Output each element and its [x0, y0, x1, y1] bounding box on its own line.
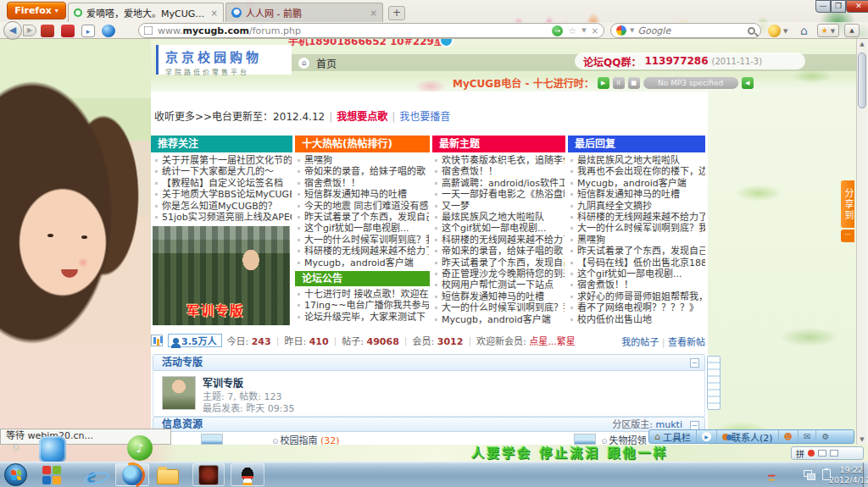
- ime-bar[interactable]: 拼: [791, 446, 864, 460]
- firefox-menu-button[interactable]: Firefox ▾: [7, 2, 66, 19]
- topic-link[interactable]: 看不了网络电视啊？？？？》: [570, 302, 705, 313]
- topic-link[interactable]: 大一的什么时候军训啊到底？我们闭幕: [297, 235, 429, 246]
- section-header-info[interactable]: 信息资源 分区版主: mukti −: [153, 417, 705, 432]
- forum-link-campus-guide[interactable]: ⊙校园指南 (32): [272, 433, 340, 445]
- chart-icon[interactable]: [151, 335, 163, 346]
- ime-pinyin-label[interactable]: 拼: [796, 447, 804, 460]
- topic-link[interactable]: 高薪诚聘：android/ios软件工程师、手机: [434, 178, 565, 189]
- topic-link[interactable]: Mycugb，android客户端: [570, 178, 705, 189]
- topic-link[interactable]: 九阴真经全文摘抄: [570, 201, 705, 212]
- request-song-link[interactable]: 我想要点歌: [337, 111, 387, 123]
- topic-link[interactable]: 宿舍煮饭！！: [434, 166, 565, 177]
- addon-page-icon[interactable]: ▸: [81, 25, 95, 37]
- player-progress-bar[interactable]: No MP3 specified: [643, 77, 738, 89]
- view-new-posts-link[interactable]: 查看新帖: [668, 337, 705, 348]
- search-input[interactable]: [637, 25, 744, 36]
- bookmarks-button[interactable]: ★ ▼: [817, 24, 839, 37]
- shop-logo[interactable]: 京京校园购物 学院路低价零售平台: [156, 45, 292, 75]
- forum-name-link[interactable]: 军训专版: [203, 375, 243, 390]
- topic-link[interactable]: 帝如来的录音，给妹子唱的歌: [434, 246, 565, 257]
- volume-icon[interactable]: ◀: [742, 77, 754, 89]
- addon-blue-ball-icon[interactable]: [102, 25, 115, 37]
- search-icon[interactable]: [748, 27, 755, 35]
- forum-last-post[interactable]: 最后发表: 昨天 09:35: [203, 401, 294, 414]
- topic-link[interactable]: 关于地质大学BBS论坛MyCUGB的重要声: [154, 189, 292, 200]
- tab-mycugb[interactable]: 爱嘀嗒，爱地大。MyCUGB-我的地... ×: [68, 3, 224, 22]
- topic-link[interactable]: 昨天试着录了个东西，发现自己的声音: [570, 246, 705, 257]
- taskbar-clock[interactable]: 19:22 2012/4/12: [829, 465, 863, 485]
- topic-link[interactable]: 欢快节奏版本织毛衣，追随李佳轩和雯: [434, 155, 565, 166]
- announcement-link[interactable]: 17ing~~电台广播你我共参与~: [297, 300, 429, 311]
- topic-link[interactable]: 科研楼的无线网越来越不给力了，一会: [570, 212, 705, 223]
- taskbar-game-button[interactable]: [192, 463, 225, 486]
- topic-link[interactable]: 昨天试着录了个东西，发现自己的声音: [297, 212, 429, 223]
- topic-link[interactable]: 奇正管理沙龙今晚期待您的到来！: [434, 268, 565, 279]
- webim-contacts-button[interactable]: 联系人(2): [717, 430, 779, 443]
- webim-settings-button[interactable]: ⚙: [816, 430, 834, 443]
- ime-keyboard-icon[interactable]: [830, 450, 838, 457]
- topic-link[interactable]: 这个gif犹如一部电视剧...: [434, 223, 565, 234]
- minimize-button[interactable]: —: [815, 0, 831, 13]
- webim-toolbar-button[interactable]: ⌂工具栏: [649, 430, 697, 443]
- taskbar-qq-button[interactable]: [231, 463, 264, 486]
- scrollbar[interactable]: ▲ ▼: [856, 39, 867, 445]
- listen-more-text[interactable]: 收听更多>>电台更新至：2012.4.12: [154, 111, 325, 123]
- close-button[interactable]: ✕: [846, 0, 868, 13]
- topic-link[interactable]: 大一的什么时候军训啊到底？我们闭幕: [570, 223, 705, 234]
- url-bar[interactable]: www.mycugb.com/forum.php → ☆ ▼ ×: [138, 23, 604, 38]
- google-logo-icon[interactable]: [616, 25, 626, 36]
- topic-link[interactable]: 51job实习频道亮丽上线及APEC精英选拔: [154, 212, 292, 223]
- topic-link[interactable]: 统计一下大家都是大几的～: [154, 166, 292, 177]
- scrollbar-thumb[interactable]: [858, 53, 866, 108]
- topic-link[interactable]: 宿舍煮饭！！: [570, 279, 705, 291]
- topic-link[interactable]: 科研楼的无线网越来越不给力了，一会: [297, 246, 429, 257]
- topic-link[interactable]: 这个gif犹如一部电视剧...: [297, 223, 429, 234]
- network-icon[interactable]: [804, 470, 815, 479]
- topic-link[interactable]: 【教程帖】自定义论坛签名档: [154, 178, 292, 189]
- section-header-activity[interactable]: 活动专版 −: [153, 354, 705, 371]
- topic-link[interactable]: 帝如来的录音，给妹子唱的歌: [297, 166, 429, 177]
- topic-link[interactable]: 昨天试着录了个东西，发现自己的声音: [434, 257, 565, 268]
- tab-close-icon[interactable]: ×: [370, 8, 377, 18]
- announcement-link[interactable]: 十七进行时 接收点歌！欢迎在mycugb或: [297, 289, 429, 300]
- topic-link[interactable]: Mycugb，android客户端: [434, 314, 565, 325]
- back-button[interactable]: ◀: [3, 21, 22, 40]
- taskbar-ie-icon[interactable]: e: [79, 464, 104, 486]
- addon-red-square-icon[interactable]: [61, 25, 75, 37]
- topic-link[interactable]: 关于开展第十一届社团文化节的通知: [154, 155, 292, 166]
- topic-link[interactable]: 校内低价出售山地: [570, 314, 705, 325]
- my-posts-link[interactable]: 我的帖子: [621, 337, 659, 348]
- scroll-down-icon[interactable]: ▼: [857, 436, 867, 443]
- topic-link[interactable]: 我再也不会出现在你的楼下，边照镜子: [570, 166, 705, 177]
- forum-avatar[interactable]: [162, 376, 196, 410]
- webim-friend-button[interactable]: ☻: [779, 430, 798, 443]
- tab-close-icon[interactable]: ×: [211, 8, 218, 18]
- topic-link[interactable]: 校网用户帮忙测试一下站点: [434, 279, 565, 291]
- military-training-photo[interactable]: 军训专版: [153, 226, 290, 325]
- play-button[interactable]: ▶: [598, 77, 609, 89]
- topic-link[interactable]: 你是怎么知道MyCUGB的？: [154, 201, 292, 212]
- topic-link[interactable]: 黑嘿狗: [297, 155, 429, 166]
- online-members-box[interactable]: 3.5万人: [168, 334, 222, 347]
- go-button[interactable]: →: [552, 25, 563, 36]
- new-tab-button[interactable]: +: [388, 6, 405, 20]
- taskbar-explorer-icon[interactable]: [155, 464, 181, 486]
- qq-group-number[interactable]: 113977286: [644, 55, 708, 67]
- announcement-link[interactable]: 论坛升级完毕，大家来测试下: [297, 312, 429, 323]
- collapse-icon[interactable]: −: [690, 358, 699, 368]
- topic-link[interactable]: 今天的地震 同志们难道没有感觉到震: [297, 201, 429, 212]
- webim-mail-button[interactable]: ✉: [798, 430, 816, 443]
- topic-link[interactable]: Mycugb，android客户端: [297, 257, 429, 268]
- topic-link[interactable]: 短信群发通知神马的吐槽: [434, 291, 565, 302]
- topic-link[interactable]: 又一梦: [434, 201, 565, 212]
- new-member-link[interactable]: 点星...繁星: [529, 336, 576, 347]
- nav-home-link[interactable]: 首页: [316, 56, 337, 70]
- share-more-button[interactable]: ···: [841, 230, 854, 242]
- taskbar-firefox-button[interactable]: [115, 463, 149, 486]
- search-box[interactable]: ▼: [610, 23, 761, 38]
- addon-red-book-icon[interactable]: [41, 25, 54, 37]
- topic-link[interactable]: 最炫民族风之地大啦啦队: [570, 155, 705, 166]
- topic-link[interactable]: 这个gif犹如一部电视剧...: [570, 268, 705, 279]
- search-engine-dropdown-icon[interactable]: ▼: [630, 27, 634, 34]
- smiley-addon-icon[interactable]: [768, 25, 781, 37]
